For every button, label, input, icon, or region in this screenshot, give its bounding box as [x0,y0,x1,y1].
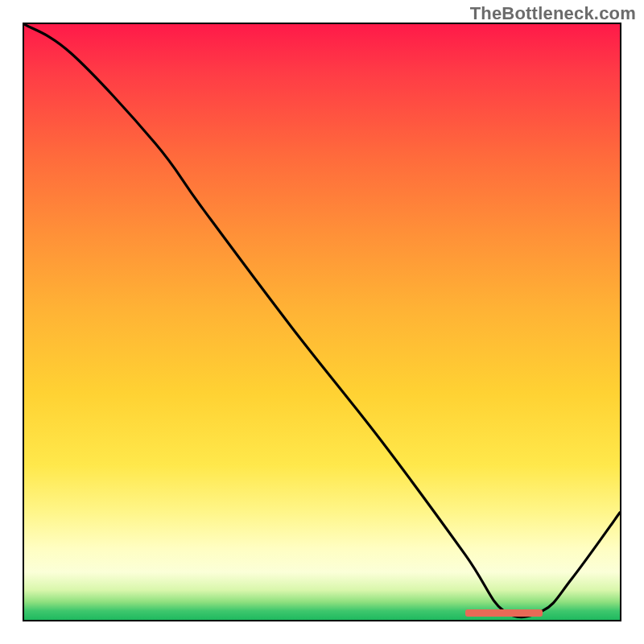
watermark-text: TheBottleneck.com [470,3,636,24]
chart-container: TheBottleneck.com [0,0,644,644]
plot-area [23,23,621,621]
optimal-range-marker [465,609,543,617]
bottleneck-curve [24,24,620,620]
